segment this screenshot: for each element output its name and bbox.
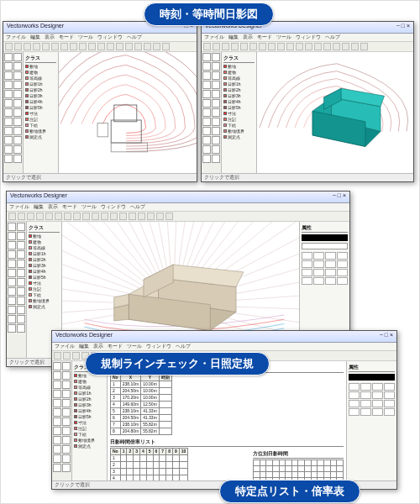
tool-button[interactable] xyxy=(53,381,61,389)
tool-button[interactable] xyxy=(62,445,71,454)
toolbar-button[interactable] xyxy=(222,43,229,50)
layer-row[interactable]: 下絵 xyxy=(74,432,105,437)
toolbar-button[interactable] xyxy=(54,352,61,360)
tool-button[interactable] xyxy=(13,81,22,89)
layer-row[interactable]: 日影1h xyxy=(29,251,60,256)
toolbar-button[interactable] xyxy=(45,213,53,220)
tool-button[interactable] xyxy=(8,269,16,277)
tool-button[interactable] xyxy=(4,108,13,117)
layer-row[interactable]: 敷地境界 xyxy=(74,438,105,443)
tool-button[interactable] xyxy=(53,390,61,398)
layer-row[interactable]: 注記 xyxy=(74,426,105,431)
tool-button[interactable] xyxy=(17,306,25,314)
layer-row[interactable]: 等高線 xyxy=(223,76,255,81)
menu-item[interactable]: ヘルプ xyxy=(325,34,340,41)
tool-button[interactable] xyxy=(13,145,22,154)
tool-button[interactable] xyxy=(202,155,211,163)
toolbar[interactable] xyxy=(7,212,349,222)
toolbar-button[interactable] xyxy=(333,43,340,50)
tool-button[interactable] xyxy=(8,223,16,231)
toolbar[interactable] xyxy=(3,42,197,52)
swatch-white[interactable] xyxy=(302,243,348,249)
toolbar-button[interactable] xyxy=(249,43,257,50)
toolbar-button[interactable] xyxy=(72,352,80,360)
layer-row[interactable]: 日影5h xyxy=(29,275,60,280)
tool-button[interactable] xyxy=(212,99,220,108)
layer-row[interactable]: 建物 xyxy=(25,70,56,75)
layer-row[interactable]: 敷地 xyxy=(25,64,56,69)
palette-button[interactable] xyxy=(337,260,348,268)
layer-row[interactable]: 敷地 xyxy=(223,64,255,69)
menu-item[interactable]: 表示 xyxy=(243,34,253,41)
tool-button[interactable] xyxy=(8,232,16,240)
menubar[interactable]: ファイル編集表示モードツールウィンドウヘルプ xyxy=(52,343,396,351)
palette-button[interactable] xyxy=(313,252,324,260)
tool-button[interactable] xyxy=(17,315,25,323)
menu-item[interactable]: 表示 xyxy=(48,203,58,211)
tool-button[interactable] xyxy=(202,136,211,144)
tool-button[interactable] xyxy=(17,269,25,277)
toolbar-button[interactable] xyxy=(240,43,248,50)
layer-row[interactable]: 日影2h xyxy=(74,396,105,402)
menu-item[interactable]: ツール xyxy=(127,343,142,350)
tool-button[interactable] xyxy=(4,53,13,61)
menu-item[interactable]: モード xyxy=(62,203,77,211)
toolbar-button[interactable] xyxy=(82,213,90,220)
layer-row[interactable]: 建物 xyxy=(223,70,255,75)
toolbar-button[interactable] xyxy=(156,213,164,220)
layer-row[interactable]: 測定点 xyxy=(29,304,60,309)
layer-panel[interactable]: クラス敷地建物等高線日影1h日影2h日影3h日影4h日影5h寸法注記下絵敷地境界… xyxy=(24,52,59,173)
tool-button[interactable] xyxy=(53,436,61,444)
layer-row[interactable]: 日影1h xyxy=(25,81,56,87)
tool-button[interactable] xyxy=(13,99,22,108)
toolbar-button[interactable] xyxy=(14,43,22,50)
tool-button[interactable] xyxy=(13,90,22,98)
tool-button[interactable] xyxy=(212,155,220,163)
toolbar-button[interactable] xyxy=(63,352,71,360)
tool-button[interactable] xyxy=(62,381,71,389)
layer-row[interactable]: 等高線 xyxy=(29,245,60,250)
menubar[interactable]: ファイル編集表示モードツールウィンドウヘルプ xyxy=(3,34,197,42)
layer-row[interactable]: 日影3h xyxy=(25,93,56,98)
tool-button[interactable] xyxy=(8,250,16,259)
toolbar-button[interactable] xyxy=(259,43,266,50)
palette-button[interactable] xyxy=(360,391,371,399)
palette-button[interactable] xyxy=(313,269,324,276)
mini-tool-grid[interactable] xyxy=(302,252,348,285)
tool-button[interactable] xyxy=(13,155,22,163)
toolbar-button[interactable] xyxy=(64,213,71,220)
tool-button[interactable] xyxy=(8,287,16,296)
palette-button[interactable] xyxy=(360,400,371,407)
tool-button[interactable] xyxy=(17,241,25,249)
menu-item[interactable]: 表示 xyxy=(93,343,103,350)
palette-button[interactable] xyxy=(372,383,383,391)
tool-button[interactable] xyxy=(8,324,16,333)
layer-row[interactable]: 寸法 xyxy=(25,111,56,116)
toolbar-button[interactable] xyxy=(33,43,40,50)
toolbar-button[interactable] xyxy=(360,43,368,50)
palette-button[interactable] xyxy=(337,269,348,276)
toolbar-button[interactable] xyxy=(97,43,105,50)
menu-item[interactable]: 表示 xyxy=(45,34,55,41)
layer-row[interactable]: 敷地境界 xyxy=(223,129,255,134)
toolbar-button[interactable] xyxy=(110,213,118,220)
palette-button[interactable] xyxy=(349,408,360,416)
tool-button[interactable] xyxy=(202,118,211,126)
tool-button[interactable] xyxy=(53,464,61,472)
toolbox[interactable] xyxy=(3,52,24,173)
palette-button[interactable] xyxy=(302,252,312,260)
layer-row[interactable]: 日影2h xyxy=(25,87,56,92)
toolbar-button[interactable] xyxy=(5,43,13,50)
tool-button[interactable] xyxy=(62,371,71,380)
attribute-panel[interactable]: 属性 xyxy=(346,361,396,480)
tool-button[interactable] xyxy=(53,445,61,454)
menu-item[interactable]: ウィンドウ xyxy=(146,343,171,350)
layer-row[interactable]: 建物 xyxy=(29,239,60,244)
layer-row[interactable]: 下絵 xyxy=(25,123,56,128)
layer-row[interactable]: 測定点 xyxy=(223,134,255,139)
toolbar-button[interactable] xyxy=(162,43,170,50)
layer-row[interactable]: 日影2h xyxy=(223,87,255,92)
toolbar-button[interactable] xyxy=(88,43,96,50)
tool-button[interactable] xyxy=(62,464,71,472)
tool-button[interactable] xyxy=(53,417,61,426)
